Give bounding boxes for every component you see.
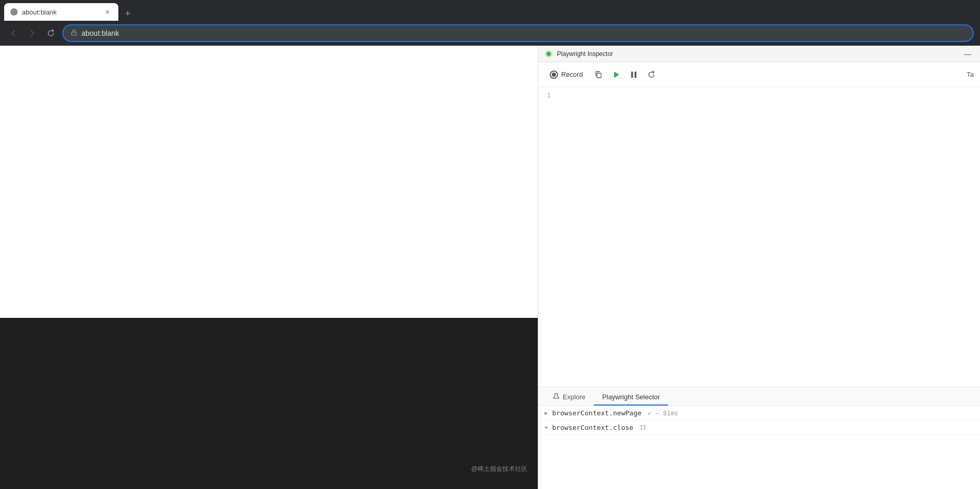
panel-tabs: Explore Playwright Selector — [538, 387, 980, 406]
playwright-inspector-panel: Playwright Inspector — Record — [538, 46, 980, 489]
call-name-close: browserContext.close — [552, 424, 634, 431]
inspector-titlebar: Playwright Inspector — — [538, 46, 980, 62]
line-number-1: 1 — [538, 91, 559, 99]
lock-icon — [71, 29, 77, 37]
pause-icon — [630, 71, 638, 79]
svg-rect-7 — [634, 72, 636, 78]
tab-explore[interactable]: Explore — [545, 389, 594, 406]
watermark-text: @稀土掘金技术社区 — [471, 465, 538, 479]
tab-bar: about:blank × + — [0, 0, 980, 21]
back-button[interactable] — [6, 26, 21, 40]
active-tab[interactable]: about:blank × — [4, 3, 118, 21]
copy-button[interactable] — [591, 67, 606, 82]
inspector-title: Playwright Inspector — [557, 50, 957, 58]
call-check-new-page: ✓ — [648, 410, 651, 417]
expand-arrow-new-page[interactable]: ▶ — [545, 410, 548, 416]
call-log: ▶ browserContext.newPage ✓ — 81ms ▾ brow… — [538, 406, 980, 489]
tab-close-button[interactable]: × — [103, 7, 112, 17]
expand-arrow-close[interactable]: ▾ — [545, 424, 548, 431]
svg-point-3 — [547, 52, 550, 55]
bottom-panel: Explore Playwright Selector ▶ browserCon… — [538, 387, 980, 489]
record-label: Record — [561, 71, 583, 78]
omnibox-bar: about:blank — [0, 21, 980, 46]
url-text: about:blank — [81, 29, 965, 37]
svg-rect-6 — [631, 72, 633, 78]
tab-playwright-selector-label: Playwright Selector — [602, 393, 660, 401]
tab-indicator: Ta — [967, 71, 974, 78]
dark-area: @稀土掘金技术社区 — [0, 318, 538, 489]
record-circle-icon — [550, 71, 558, 79]
play-button[interactable] — [609, 67, 623, 82]
main-area: @稀土掘金技术社区 Playwright Inspector — — [0, 46, 980, 489]
call-timing-new-page: — 81ms — [656, 410, 678, 417]
tab-playwright-selector[interactable]: Playwright Selector — [594, 389, 668, 406]
code-editor[interactable]: 1 — [538, 87, 980, 387]
copy-icon — [594, 71, 603, 79]
toolbar-right: Ta — [967, 71, 974, 78]
call-item-new-page[interactable]: ▶ browserContext.newPage ✓ — 81ms — [538, 406, 980, 421]
svg-marker-5 — [614, 72, 619, 78]
reset-button[interactable] — [644, 67, 659, 82]
new-tab-button[interactable]: + — [120, 6, 135, 21]
minimize-button[interactable]: — — [961, 48, 974, 60]
inspector-toolbar: Record — [538, 62, 980, 87]
playwright-logo-icon — [545, 50, 553, 58]
call-name-new-page: browserContext.newPage — [552, 409, 642, 417]
address-bar[interactable]: about:blank — [62, 24, 974, 42]
record-button[interactable]: Record — [545, 68, 588, 81]
titlebar-actions: — — [961, 48, 974, 60]
reload-button[interactable] — [44, 26, 58, 40]
pause-button[interactable] — [627, 67, 641, 82]
browser-window: about:blank × + about:blank @稀土掘金技术社区 — [0, 0, 980, 489]
page-content: @稀土掘金技术社区 — [0, 46, 538, 489]
record-dot-icon — [552, 73, 556, 77]
svg-rect-0 — [72, 32, 76, 35]
beaker-icon — [553, 393, 560, 401]
tab-explore-label: Explore — [563, 393, 586, 401]
forward-button[interactable] — [25, 26, 39, 40]
reset-icon — [647, 71, 656, 79]
code-line-1: 1 — [538, 91, 980, 99]
call-pause-close: II — [639, 424, 646, 431]
tab-favicon — [10, 8, 18, 16]
svg-rect-4 — [597, 73, 601, 78]
play-icon — [612, 71, 620, 79]
tab-title: about:blank — [22, 8, 99, 16]
call-item-close[interactable]: ▾ browserContext.close II — [538, 421, 980, 435]
